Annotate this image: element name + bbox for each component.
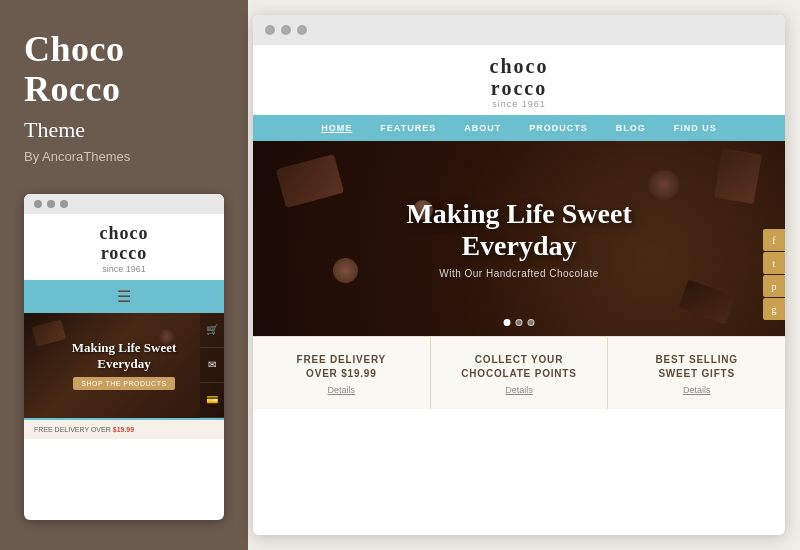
nav-item-about[interactable]: ABOUT: [450, 115, 515, 141]
hero-main-title: Making Life SweetEveryday: [406, 198, 632, 262]
mobile-preview: chocorocco since 1961 ☰ Making Life Swee…: [24, 194, 224, 520]
nav-item-home[interactable]: HOME: [307, 115, 366, 141]
mobile-hero: Making Life SweetEveryday SHOP THE PRODU…: [24, 313, 224, 418]
mobile-bottom-price: $19.99: [113, 426, 134, 433]
desktop-browser: chocorocco since 1961 HOME FEATURES ABOU…: [253, 15, 785, 535]
theme-title: ChocoRocco: [24, 30, 224, 109]
social-google-btn[interactable]: g: [763, 298, 785, 320]
mobile-dot-3: [60, 200, 68, 208]
social-facebook-btn[interactable]: f: [763, 229, 785, 251]
feature-item-points: COLLECT YOURCHOCOLATE POINTS Details: [431, 337, 609, 409]
site-logo: chocorocco: [253, 55, 785, 99]
site-nav: HOME FEATURES ABOUT PRODUCTS BLOG FIND U…: [253, 115, 785, 141]
mobile-browser-bar: [24, 194, 224, 214]
feature-strip: FREE DELIVERYOVER $19.99 Details COLLECT…: [253, 336, 785, 409]
mobile-nav-bar: ☰: [24, 280, 224, 313]
theme-author: By AncoraThemes: [24, 149, 224, 164]
mobile-dot-1: [34, 200, 42, 208]
hero-subtitle: With Our Handcrafted Chocolate: [406, 268, 632, 279]
feature-points-link[interactable]: Details: [441, 385, 598, 395]
feature-delivery-title: FREE DELIVERYOVER $19.99: [263, 353, 420, 381]
mobile-hero-button[interactable]: SHOP THE PRODUCTS: [73, 377, 174, 390]
floating-social: f t p g: [763, 229, 785, 321]
desktop-browser-bar: [253, 15, 785, 45]
feature-item-delivery: FREE DELIVERYOVER $19.99 Details: [253, 337, 431, 409]
choc-decor-2: [649, 170, 679, 200]
theme-subtitle: Theme: [24, 117, 224, 143]
desktop-dot-1: [265, 25, 275, 35]
social-pinterest-btn[interactable]: p: [763, 275, 785, 297]
mobile-logo: chocorocco: [24, 224, 224, 264]
feature-gifts-link[interactable]: Details: [618, 385, 775, 395]
mobile-cart-icon: 🛒: [200, 313, 224, 348]
nav-item-find-us[interactable]: FIND US: [660, 115, 731, 141]
hero-dot-3[interactable]: [528, 319, 535, 326]
site-hero: Making Life SweetEveryday With Our Handc…: [253, 141, 785, 336]
social-twitter-btn[interactable]: t: [763, 252, 785, 274]
site-logo-since: since 1961: [253, 99, 785, 109]
mobile-bottom-text: FREE DELIVERY OVER $19.99: [34, 426, 214, 433]
desktop-content: chocorocco since 1961 HOME FEATURES ABOU…: [253, 45, 785, 535]
desktop-dot-2: [281, 25, 291, 35]
mobile-hero-text: Making Life SweetEveryday SHOP THE PRODU…: [72, 340, 177, 390]
hero-dot-nav: [504, 319, 535, 326]
choc-decor-3: [333, 258, 358, 283]
hamburger-icon: ☰: [31, 287, 217, 306]
nav-item-features[interactable]: FEATURES: [366, 115, 450, 141]
mobile-dot-2: [47, 200, 55, 208]
mobile-card-icon: 💳: [200, 383, 224, 418]
hero-dot-1[interactable]: [504, 319, 511, 326]
mobile-side-icons: 🛒 ✉ 💳: [200, 313, 224, 418]
desktop-dot-3: [297, 25, 307, 35]
feature-points-title: COLLECT YOURCHOCOLATE POINTS: [441, 353, 598, 381]
desktop-area: chocorocco since 1961 HOME FEATURES ABOU…: [248, 0, 800, 550]
nav-item-products[interactable]: PRODUCTS: [515, 115, 602, 141]
hero-dot-2[interactable]: [516, 319, 523, 326]
mobile-bottom-bar: FREE DELIVERY OVER $19.99: [24, 418, 224, 439]
nav-item-blog[interactable]: BLOG: [602, 115, 660, 141]
feature-item-gifts: BEST SELLINGSWEET GIFTS Details: [608, 337, 785, 409]
sidebar: ChocoRocco Theme By AncoraThemes chocoro…: [0, 0, 248, 550]
feature-gifts-title: BEST SELLINGSWEET GIFTS: [618, 353, 775, 381]
feature-delivery-link[interactable]: Details: [263, 385, 420, 395]
mobile-mail-icon: ✉: [200, 348, 224, 383]
mobile-hero-title: Making Life SweetEveryday: [72, 340, 177, 371]
hero-text-center: Making Life SweetEveryday With Our Handc…: [406, 198, 632, 279]
site-header: chocorocco since 1961: [253, 45, 785, 115]
mobile-logo-area: chocorocco since 1961: [24, 214, 224, 280]
mobile-logo-since: since 1961: [24, 264, 224, 274]
